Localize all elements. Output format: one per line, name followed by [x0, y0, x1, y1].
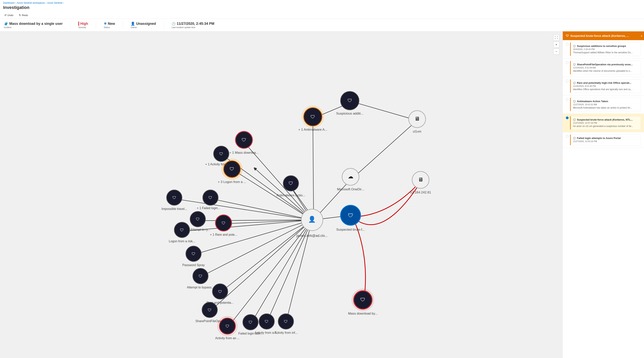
incident-severity-label: High — [78, 21, 88, 26]
divider-2 — [96, 21, 96, 29]
svg-text:52.164.242.81: 52.164.242.81 — [410, 191, 431, 194]
alert-card[interactable]: ! Rare and potentially high-risk Office … — [570, 79, 641, 93]
alert-radio[interactable] — [566, 61, 568, 64]
alert-content: ! Antimalware Action Taken11/27/2020, 10… — [570, 98, 641, 111]
alert-card[interactable]: ! Antimalware Action Taken11/27/2020, 10… — [570, 98, 641, 111]
alert-date: 11/27/2020, 10:01:52 AM — [573, 103, 638, 106]
alert-item[interactable]: ! Rare and potentially high-risk Office … — [563, 77, 644, 95]
breadcrumb-workspaces[interactable]: Azure Sentinel workspaces — [17, 1, 45, 4]
page-title: Investigation — [3, 5, 641, 10]
incident-time-label: 🕐 11/27/2020, 2:45:34 PM — [172, 22, 214, 26]
right-panel-header: 🛡 Suspected brute-force attack (Kerberos… — [563, 31, 644, 40]
incident-name: Mass download by a single user — [9, 22, 63, 26]
incident-sub: Incident — [4, 26, 63, 28]
incident-name-label: 🧳 Mass download by a single user — [4, 21, 63, 26]
alert-title: ! Suspicious additions to sensitive grou… — [573, 44, 638, 47]
alert-radio[interactable] — [566, 116, 568, 119]
svg-text:Activity from inf...: Activity from inf... — [274, 331, 298, 334]
collapse-panel-button[interactable]: » — [641, 34, 642, 38]
svg-text:james.kirk@ad.clo...: james.kirk@ad.clo... — [296, 234, 328, 238]
alert-title: ! SharePointFileOperation via previously… — [573, 63, 638, 66]
redo-button[interactable]: ↻ Redo — [18, 13, 29, 17]
svg-text:+ 1 Activity from...: + 1 Activity from... — [205, 163, 230, 166]
svg-text:+ 1 Failed login...: + 1 Failed login... — [197, 206, 220, 210]
alert-content: ! Failed login attempts to Azure Portal1… — [570, 134, 641, 145]
toolbar: ↺ Undo ↻ Redo — [3, 12, 641, 18]
alert-date: 11/27/2020, 12:53:16 PM — [573, 140, 638, 142]
panel-title: Suspected brute-force attack (Kerberos, … — [570, 34, 629, 37]
alert-title: ! Failed login attempts to Azure Portal — [573, 137, 638, 140]
svg-text:🛡: 🛡 — [222, 221, 226, 225]
svg-line-24 — [352, 121, 417, 178]
svg-text:!: ! — [574, 101, 574, 102]
svg-text:👤: 👤 — [308, 216, 316, 223]
redo-icon: ↻ — [19, 13, 21, 17]
alert-item[interactable]: ! Suspicious additions to sensitive grou… — [563, 40, 644, 58]
svg-text:Mass download by...: Mass download by... — [348, 312, 378, 315]
svg-text:🛡: 🛡 — [284, 320, 288, 324]
incident-severity-item: High Severity — [78, 21, 88, 28]
svg-text:!: ! — [574, 64, 574, 65]
status-sub: Status — [104, 26, 115, 28]
alert-content: ! Suspected brute-force attack (Kerberos… — [570, 116, 641, 130]
breadcrumb-sentinel[interactable]: Azure Sentinel — [47, 1, 62, 4]
svg-text:🛡: 🛡 — [172, 196, 176, 200]
svg-text:🛡: 🛡 — [196, 217, 200, 221]
undo-button[interactable]: ↺ Undo — [3, 13, 14, 17]
svg-text:Password Spray: Password Spray — [182, 263, 205, 267]
owner-icon: 👤 — [131, 21, 135, 26]
alert-desc: ThomasSupport added William Riker to the… — [573, 51, 638, 54]
svg-text:🛡: 🛡 — [192, 252, 196, 256]
svg-text:Attempt to bypass...: Attempt to bypass... — [187, 286, 214, 289]
alert-item[interactable]: ! Suspected brute-force attack (Kerberos… — [563, 114, 644, 132]
alert-desc: Identifies when the volume of documents … — [573, 70, 638, 72]
alert-item[interactable]: ! SharePointFileOperation via previously… — [563, 58, 644, 77]
alert-date: 11/27/2020, 12:47:16 PM — [573, 122, 638, 124]
time-icon: 🕐 — [172, 22, 176, 25]
alert-radio[interactable] — [566, 135, 568, 138]
undo-icon: ↺ — [4, 13, 6, 17]
svg-text:☁: ☁ — [348, 173, 353, 179]
alert-radio[interactable] — [566, 98, 568, 101]
svg-text:Suspected brute-f...: Suspected brute-f... — [336, 228, 365, 231]
alert-card[interactable]: ! SharePointFileOperation via previously… — [570, 61, 641, 74]
time-text: 11/27/2020, 2:45:34 PM — [177, 22, 214, 26]
alert-item[interactable]: ! Failed login attempts to Azure Portal1… — [563, 132, 644, 148]
breadcrumb-dashboard[interactable]: Dashboard — [3, 1, 14, 4]
svg-text:🛡: 🛡 — [226, 324, 230, 328]
svg-text:🛡: 🛡 — [310, 114, 315, 119]
panel-shield-icon: 🛡 — [566, 34, 569, 37]
svg-text:🛡: 🛡 — [348, 212, 353, 218]
zoom-out-button[interactable]: − — [553, 48, 560, 55]
alerts-list: ! Suspicious additions to sensitive grou… — [563, 40, 644, 358]
svg-text:Antimalware Actio...: Antimalware Actio... — [276, 193, 305, 197]
svg-text:🛡: 🛡 — [180, 228, 184, 232]
svg-text:🖥: 🖥 — [418, 177, 423, 183]
alert-item[interactable]: ! Antimalware Action Taken11/27/2020, 10… — [563, 95, 644, 114]
svg-text:!: ! — [574, 82, 574, 83]
alert-title: ! Rare and potentially high-risk Office … — [573, 81, 638, 84]
alert-date: 11/14/2020, 9:31:09 AM — [573, 66, 638, 69]
right-panel: 🛡 Suspected brute-force attack (Kerberos… — [562, 31, 644, 358]
svg-text:🛡: 🛡 — [218, 290, 222, 294]
status-icon: ✳ — [104, 21, 107, 26]
svg-text:Microsoft OneDir...: Microsoft OneDir... — [337, 187, 364, 191]
alert-radio[interactable] — [566, 80, 568, 82]
alert-card[interactable]: ! Suspected brute-force attack (Kerberos… — [570, 116, 641, 130]
alert-radio[interactable] — [566, 43, 568, 45]
alert-shield-icon: ! — [573, 45, 576, 47]
fullscreen-button[interactable]: ⛶ — [553, 34, 560, 41]
svg-text:🛡: 🛡 — [219, 152, 223, 156]
incident-owner-item: 👤 Unassigned Owner — [131, 21, 156, 28]
zoom-in-button[interactable]: + — [553, 41, 560, 48]
svg-line-20 — [352, 102, 415, 120]
graph-area[interactable]: 👤 james.kirk@ad.clo... 🛡 Antimalware Act… — [0, 31, 562, 358]
incident-status-item: ✳ New Status — [104, 21, 115, 28]
incident-icon: 🧳 — [4, 21, 8, 26]
alert-shield-icon: ! — [573, 100, 576, 103]
status-text: New — [108, 22, 115, 26]
alert-card[interactable]: ! Failed login attempts to Azure Portal1… — [570, 134, 641, 145]
svg-text:🛡: 🛡 — [248, 320, 252, 325]
incident-bar: 🧳 Mass download by a single user Inciden… — [0, 19, 644, 31]
alert-card[interactable]: ! Suspicious additions to sensitive grou… — [570, 42, 641, 56]
